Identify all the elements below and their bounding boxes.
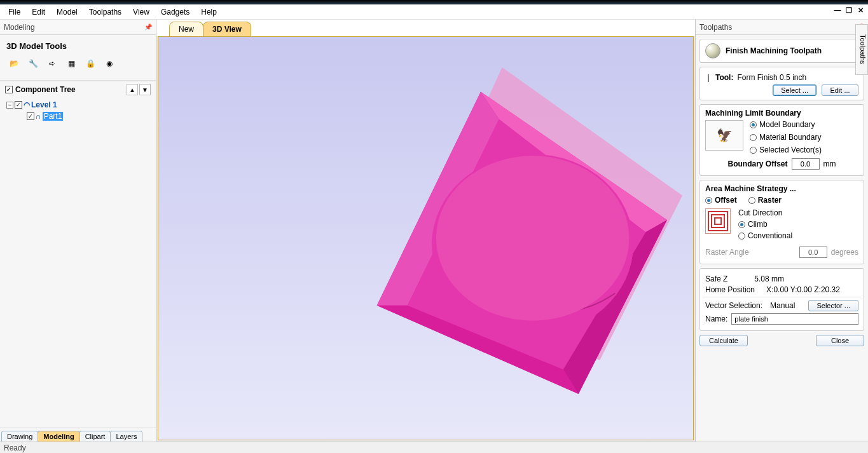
home-pos-value: X:0.00 Y:0.00 Z:20.32 (766, 285, 840, 294)
tree-part-label[interactable]: Part1 (43, 112, 64, 121)
wrench-icon[interactable]: 🔧 (25, 56, 41, 71)
eagle-preview-icon: 🦅 (705, 120, 743, 151)
toolpath-name-input[interactable] (731, 313, 858, 325)
right-panel-title: Toolpaths (699, 23, 732, 32)
grid-icon[interactable]: ▦ (64, 56, 79, 71)
view-tab-3d[interactable]: 3D View (203, 22, 251, 36)
limit-boundary-box: Machining Limit Boundary 🦅 Model Boundar… (699, 104, 864, 176)
svg-rect-10 (712, 215, 724, 227)
strategy-box: Area Machine Strategy ... Offset Raster … (699, 180, 864, 264)
raster-angle-unit: degrees (831, 248, 858, 257)
tab-clipart[interactable]: Clipart (79, 431, 111, 442)
tree-level-label[interactable]: Level 1 (31, 100, 57, 109)
select-tool-button[interactable]: Select ... (773, 85, 816, 96)
tab-modeling[interactable]: Modeling (38, 431, 79, 442)
left-panel: Modeling 📌 3D Model Tools 📂 🔧 ➪ ▦ 🔒 ◉ Co… (0, 20, 156, 442)
tab-drawing[interactable]: Drawing (1, 431, 38, 442)
menu-toolpaths[interactable]: Toolpaths (83, 6, 127, 18)
radio-raster[interactable]: Raster (748, 196, 782, 205)
svg-rect-11 (715, 218, 721, 224)
open-model-icon[interactable]: 📂 (6, 56, 22, 71)
component-tree-checkbox[interactable] (5, 86, 13, 93)
close-button[interactable]: Close (816, 335, 864, 346)
menu-file[interactable]: File (3, 6, 26, 18)
menu-help[interactable]: Help (195, 6, 223, 18)
maximize-icon[interactable]: ❐ (844, 6, 854, 15)
tool-box: ❘ Tool: Form Finish 0.5 inch Select ... … (699, 67, 864, 100)
menubar: File Edit Model Toolpaths View Gadgets H… (0, 4, 868, 20)
layer-icon: ◠ (24, 100, 30, 109)
model-tools-toolbar: 📂 🔧 ➪ ▦ 🔒 ◉ (4, 55, 152, 78)
positions-box: Safe Z5.08 mm Home PositionX:0.00 Y:0.00… (699, 268, 864, 331)
view-tab-new[interactable]: New (169, 22, 203, 36)
model-render (158, 37, 693, 440)
boundary-offset-unit: mm (823, 159, 836, 168)
status-text: Ready (4, 443, 26, 452)
radio-offset[interactable]: Offset (705, 196, 737, 205)
move-down-button[interactable]: ▼ (139, 84, 151, 95)
strategy-title: Area Machine Strategy ... (705, 184, 858, 193)
3d-viewport[interactable] (158, 36, 694, 440)
arrow-icon[interactable]: ➪ (45, 56, 60, 71)
tab-layers[interactable]: Layers (110, 431, 142, 442)
tool-label: Tool: (715, 73, 733, 82)
toolpath-sphere-icon (705, 43, 720, 58)
level-checkbox[interactable] (15, 101, 22, 109)
toolpaths-side-tab[interactable]: Toolpaths (855, 24, 868, 75)
tool-value: Form Finish 0.5 inch (737, 73, 806, 82)
radio-conventional[interactable]: Conventional (738, 231, 792, 240)
svg-point-8 (436, 156, 630, 320)
boundary-offset-input[interactable] (792, 158, 820, 170)
left-panel-title: Modeling (4, 23, 35, 32)
safe-z-value: 5.08 mm (754, 274, 784, 283)
menu-gadgets[interactable]: Gadgets (155, 6, 195, 18)
component-tree: − ◠ Level 1 ∩ Part1 (4, 99, 152, 122)
radio-selected-vectors[interactable]: Selected Vector(s) (750, 145, 822, 154)
right-panel: Toolpaths 📌 Finish Machining Toolpath ❘ … (695, 20, 868, 442)
cut-direction-label: Cut Direction (738, 208, 792, 217)
offset-pattern-icon (705, 208, 731, 234)
limit-title: Machining Limit Boundary (705, 109, 858, 118)
titlebar (0, 0, 868, 4)
calculate-button[interactable]: Calculate (699, 335, 748, 346)
component-tree-title: Component Tree (15, 85, 76, 94)
view-tabs: New 3D View (156, 20, 695, 36)
right-panel-header: Toolpaths 📌 (696, 20, 868, 35)
shape-icon[interactable]: 🔒 (83, 56, 98, 71)
pin-icon[interactable]: 📌 (144, 24, 152, 30)
texture-icon[interactable]: ◉ (102, 56, 117, 71)
name-label: Name: (705, 314, 727, 323)
center-area: New 3D View (156, 20, 695, 442)
model-tools-title: 3D Model Tools (6, 41, 152, 51)
toolpath-header: Finish Machining Toolpath (699, 39, 864, 63)
raster-angle-label: Raster Angle (705, 248, 749, 257)
part-checkbox[interactable] (27, 112, 34, 120)
menu-view[interactable]: View (127, 6, 155, 18)
minimize-icon[interactable]: — (832, 6, 843, 15)
home-pos-label: Home Position (705, 285, 755, 294)
raster-angle-input (799, 247, 827, 258)
tree-expander[interactable]: − (6, 102, 13, 109)
radio-model-boundary[interactable]: Model Boundary (750, 120, 822, 129)
move-up-button[interactable]: ▲ (127, 84, 138, 95)
left-panel-header: Modeling 📌 (0, 20, 156, 35)
left-bottom-tabs: Drawing Modeling Clipart Layers (0, 428, 156, 442)
menu-model[interactable]: Model (51, 6, 83, 18)
toolpath-title: Finish Machining Toolpath (726, 46, 822, 55)
vector-selection-label: Vector Selection: (705, 301, 762, 310)
boundary-offset-label: Boundary Offset (727, 159, 787, 168)
statusbar: Ready (0, 442, 868, 453)
radio-material-boundary[interactable]: Material Boundary (750, 133, 822, 142)
vector-selection-value: Manual (770, 301, 795, 310)
tool-bit-icon: ❘ (705, 73, 712, 82)
close-icon[interactable]: ✕ (855, 6, 865, 15)
part-icon: ∩ (36, 112, 41, 121)
menu-edit[interactable]: Edit (26, 6, 51, 18)
safe-z-label: Safe Z (705, 274, 727, 283)
edit-tool-button[interactable]: Edit ... (822, 85, 858, 96)
radio-climb[interactable]: Climb (738, 220, 792, 229)
selector-button[interactable]: Selector ... (808, 300, 858, 311)
